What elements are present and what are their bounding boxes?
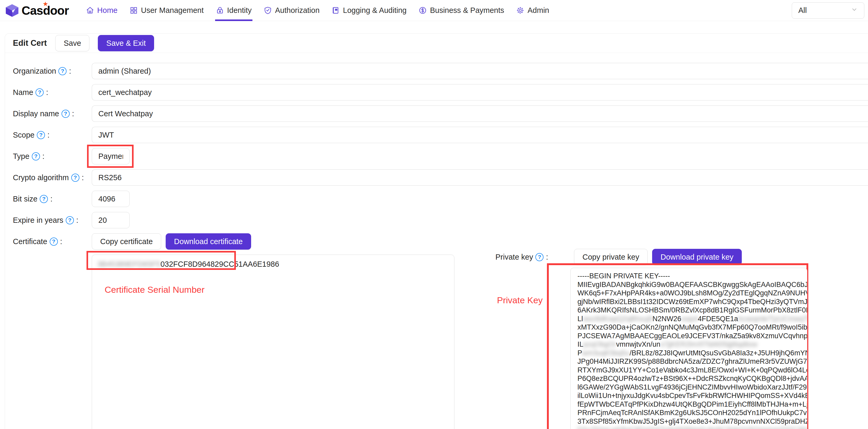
private-key-line: gjNb/wIRflBxi2LBBsI1t32IDCWz69tEmXP7whC9…: [578, 298, 800, 306]
home-icon: [86, 6, 94, 14]
bit-size-input[interactable]: [92, 191, 130, 207]
name-label: Name ? :: [13, 88, 92, 97]
private-key-line: JPg0H4MiJJIRZK99S/p88BdbrcNA5za/ZDZC7ghr…: [578, 357, 800, 366]
help-icon[interactable]: ?: [66, 216, 74, 224]
gear-icon: [516, 6, 524, 14]
type-label: Type ? :: [13, 152, 92, 161]
expire-in-years-row: Expire in years ? :: [13, 212, 868, 228]
help-icon[interactable]: ?: [40, 195, 48, 203]
private-key-label: Private key ? :: [495, 253, 574, 262]
nav-item-user-management[interactable]: User Management: [124, 0, 210, 21]
type-row: Type ? :: [13, 148, 868, 164]
copy-private-key-button[interactable]: Copy private key: [574, 249, 648, 265]
organization-filter-select[interactable]: All: [792, 2, 864, 19]
nav-item-business-payments[interactable]: Business & Payments: [412, 0, 510, 21]
private-key-row: Private key ? : Copy private key Downloa…: [495, 249, 868, 265]
lock-icon: [216, 6, 224, 14]
private-key-line: PJCSEWA7AgMBAAECggEAOLe9JCEFV3T/nkaZ5a9k…: [578, 332, 800, 340]
private-key-line: fEpWTWbCEATqPfPKixDhzw4UtQKBgQDPim1EiyhC…: [578, 400, 800, 409]
crypto-algorithm-row: Crypto algorithm ? :: [13, 170, 868, 186]
private-key-line: ILpzqObgOrvmnwjtvXn/uns7jjKER2lmXf7ld4I0…: [578, 340, 800, 349]
edit-cert-card: Edit Cert Save Save & Exit Organization …: [5, 33, 868, 429]
dollar-circle-icon: [418, 6, 427, 14]
bit-size-row: Bit size ? :: [13, 191, 868, 207]
nav-item-admin[interactable]: Admin: [510, 0, 555, 21]
private-key-line: Llawz8dKwpQ2qBhxuj9N2NW26xwp44FDE5QE1ahc…: [578, 314, 800, 323]
private-key-section: Private key ? : Copy private key Downloa…: [495, 249, 868, 265]
nav-label: Admin: [527, 6, 549, 15]
download-certificate-button[interactable]: Download certificate: [166, 233, 251, 250]
private-key-line: ilLoWii1Un+tnjyxuJdgKvu4sbCpevTsFvFkbRWf…: [578, 391, 800, 400]
shield-check-icon: [264, 6, 272, 14]
download-private-key-button[interactable]: Download private key: [652, 249, 742, 265]
certificate-textarea[interactable]: 3B45389EFD65F5032FCF8D964829CC51AA6E1986…: [92, 255, 454, 429]
private-key-line: P6Q8ezBCQUPR4ozlwTz+BSt96X++DdcRSZkcnqKy…: [578, 374, 800, 383]
help-icon[interactable]: ?: [535, 253, 544, 261]
certificate-row: Certificate ? : Copy certificate Downloa…: [13, 233, 868, 250]
nav-label: Logging & Auditing: [343, 6, 406, 15]
casdoor-cube-icon: [5, 4, 19, 18]
help-icon[interactable]: ?: [71, 174, 80, 182]
private-key-line: MIIEvgIBADANBgkqhkiG9w0BAQEFAASCBKgwggSk…: [578, 280, 800, 289]
certificate-serial-annotation-text: Certificate Serial Number: [105, 285, 205, 294]
private-key-line: RTXYmGJ9xXU1YY+Co1eVabko4c3JmL8E/Owxl+WI…: [578, 366, 800, 374]
nav-label: Identity: [227, 6, 252, 15]
private-key-line: -----BEGIN PRIVATE KEY-----: [578, 272, 800, 280]
page-title: Edit Cert: [13, 38, 47, 48]
nav-label: Home: [97, 6, 118, 15]
expire-in-years-label: Expire in years ? :: [13, 216, 92, 225]
casdoor-logo[interactable]: Casdoor ★: [5, 3, 69, 18]
main-nav: Home User Management Identity: [80, 0, 555, 21]
save-button[interactable]: Save: [55, 35, 89, 51]
journal-icon: [332, 6, 340, 14]
cert-form: Organization ? : Name ? : Display name ?…: [5, 53, 868, 429]
help-icon[interactable]: ?: [32, 152, 40, 160]
crypto-algorithm-input[interactable]: [92, 170, 868, 186]
private-key-line: PRnFCjmAeqTcRAnlSfAKBmK2g6UkSJ5COnH2025d…: [578, 408, 800, 417]
help-icon[interactable]: ?: [37, 131, 45, 139]
private-key-line: D3+iTiQnLwKBgC8DgI2iXTp5pf40ljNm0+8g9C2k…: [578, 426, 800, 429]
private-key-line: xMTXxzG90Da+jCaOKn2/gnNQMuMqGvb3fX7MFp60…: [578, 323, 800, 332]
chevron-down-icon: [851, 6, 858, 15]
nav-label: Business & Payments: [430, 6, 504, 15]
help-icon[interactable]: ?: [35, 88, 44, 96]
name-row: Name ? :: [13, 84, 868, 100]
crypto-algorithm-label: Crypto algorithm ? :: [13, 173, 92, 182]
nav-label: Authorization: [275, 6, 319, 15]
organization-label: Organization ? :: [13, 67, 92, 75]
organization-input[interactable]: [92, 63, 868, 79]
help-icon[interactable]: ?: [62, 110, 70, 118]
help-icon[interactable]: ?: [50, 238, 58, 246]
display-name-label: Display name ? :: [13, 110, 92, 118]
expire-in-years-input[interactable]: [92, 212, 130, 228]
grid-icon: [130, 6, 138, 14]
name-input[interactable]: [92, 84, 868, 100]
card-header: Edit Cert Save Save & Exit: [5, 34, 868, 53]
nav-item-authorization[interactable]: Authorization: [258, 0, 326, 21]
organization-filter-value: All: [798, 6, 807, 15]
help-icon[interactable]: ?: [58, 67, 66, 75]
scope-input[interactable]: [92, 127, 868, 143]
certificate-label: Certificate ? :: [13, 237, 92, 246]
copy-certificate-button[interactable]: Copy certificate: [92, 233, 161, 250]
nav-label: User Management: [141, 6, 204, 15]
logo-star-icon: ★: [42, 0, 49, 8]
private-key-line: Pwm3uqK5bq5u/BRL8z/8ZJ8IQwrUtMtQsuSvGbA8…: [578, 349, 800, 358]
private-key-line: 6AKrk3MKQRIfsNLOSHBSm/0RBZvlXcp8dB1RglGS…: [578, 306, 800, 314]
bit-size-label: Bit size ? :: [13, 195, 92, 203]
private-key-line: l6GAWe/2YGgWAbS1LvgF4936jCjEHNCZIMbvvHIw…: [578, 383, 800, 392]
display-name-row: Display name ? :: [13, 105, 868, 122]
type-select[interactable]: [92, 148, 130, 164]
private-key-annotation-text: Private Key: [497, 295, 543, 305]
scope-row: Scope ? :: [13, 127, 868, 143]
certificate-serial-number: 3B45389EFD65F5032FCF8D964829CC51AA6E1986: [97, 259, 449, 269]
private-key-textarea[interactable]: -----BEGIN PRIVATE KEY-----MIIEvgIBADANB…: [570, 268, 807, 429]
nav-item-identity[interactable]: Identity: [210, 0, 258, 21]
nav-item-home[interactable]: Home: [80, 0, 124, 21]
private-key-line: WK6q5+F7xAHpPAR4ks+a0WOJ9bLsh8MOg/Zy2dTE…: [578, 289, 800, 298]
top-nav-bar: Casdoor ★ Home User Management: [0, 0, 868, 21]
nav-item-logging-auditing[interactable]: Logging & Auditing: [326, 0, 412, 21]
display-name-input[interactable]: [92, 105, 868, 122]
save-and-exit-button[interactable]: Save & Exit: [98, 35, 154, 51]
private-key-line: 3Tx8SPf85xYfmKbwJ5JgIS+glj4TXoe8e3+JhuM7…: [578, 417, 800, 426]
